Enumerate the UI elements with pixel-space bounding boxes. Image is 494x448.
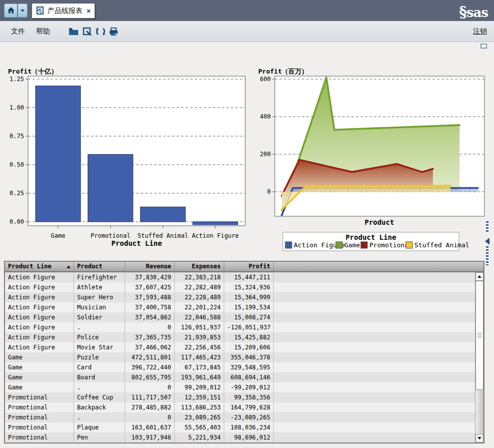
area-ytick-label: 400 — [260, 113, 271, 120]
table-row: Action FigurePolice37,365,73521,939,8531… — [5, 332, 475, 342]
print-icon[interactable] — [108, 26, 119, 37]
cell-revenue: 163,601,637 — [125, 422, 175, 432]
edit-icon[interactable] — [82, 26, 93, 37]
chevron-down-icon — [21, 10, 25, 12]
tab-label: 产品线报表 — [48, 7, 83, 16]
scrollbar-thumb[interactable] — [475, 281, 483, 390]
cell-revenue: 802,655,795 — [125, 372, 175, 382]
chart-legend: Product Line Action FigureGamePromotiona… — [283, 232, 469, 251]
cell-profit: 108,036,234 — [224, 422, 274, 432]
cell-revenue: 37,466,062 — [125, 342, 175, 352]
home-dropdown-button[interactable] — [18, 4, 28, 18]
cell-expenses: 22,282,489 — [175, 282, 224, 292]
scroll-up-button[interactable] — [475, 272, 483, 281]
tab-product-line-report[interactable]: 产品线报表 × — [32, 3, 95, 19]
cell-product-line: Action Figure — [5, 342, 74, 352]
column-header-expenses[interactable]: Expenses — [175, 262, 224, 271]
cell-product-line: Promotional — [5, 392, 74, 402]
cell-filler — [274, 272, 475, 282]
bar-category-label: Promotional — [91, 232, 130, 239]
cell-product-line: Promotional — [5, 402, 74, 412]
bar-ytick-label: 1.25 — [10, 76, 24, 83]
cell-profit: 608,694,146 — [224, 372, 274, 382]
cell-expenses: 5,221,934 — [175, 432, 224, 442]
column-header-product-line[interactable]: Product Line — [5, 262, 74, 271]
cell-product-line: Action Figure — [5, 292, 74, 302]
scrollbar-grip — [477, 333, 481, 338]
cell-revenue: 472,511,801 — [125, 352, 175, 362]
cell-revenue: 0 — [125, 412, 175, 422]
cell-revenue: 37,054,862 — [125, 312, 175, 322]
cell-filler — [274, 322, 475, 332]
table-row: Action FigureMovie Star37,466,06222,256,… — [5, 342, 475, 352]
area-chart: Profit（百万） 6004002000 Product Product Li… — [258, 68, 484, 251]
cell-expenses: 22,046,588 — [175, 312, 224, 322]
menu-help[interactable]: 帮助 — [36, 27, 50, 36]
cell-expenses: 22,383,218 — [175, 272, 224, 282]
cell-revenue: 37,830,429 — [125, 272, 175, 282]
bar-stuffed-animal — [140, 207, 185, 222]
cell-product: Coffee Cup — [74, 392, 125, 402]
menu-file[interactable]: 文件 — [11, 27, 25, 36]
bar-promotional — [88, 154, 133, 222]
cell-product-line: Promotional — [5, 412, 74, 422]
menubar: 文件 帮助 注销 — [0, 21, 494, 42]
cell-filler — [274, 292, 475, 302]
cell-product-line: Game — [5, 352, 74, 362]
logout-link[interactable]: 注销 — [473, 27, 487, 36]
cell-expenses: 12,359,151 — [175, 392, 224, 402]
scroll-down-icon — [477, 437, 481, 439]
legend-title: Product Line — [345, 233, 396, 241]
column-header-profit[interactable]: Profit — [224, 262, 274, 271]
bar-game — [36, 86, 81, 222]
cell-filler — [274, 412, 475, 422]
scroll-down-button[interactable] — [475, 434, 483, 442]
table-scrollbar[interactable] — [475, 272, 483, 442]
table-header: Product LineProductRevenueExpensesProfit — [5, 262, 483, 272]
cell-product: Musician — [74, 302, 125, 312]
bar-action-figure — [193, 222, 238, 225]
cell-profit: 15,364,999 — [224, 292, 274, 302]
cell-revenue: 111,717,507 — [125, 392, 175, 402]
cell-filler — [274, 362, 475, 372]
cell-revenue: 278,485,882 — [125, 402, 175, 412]
data-table: Product LineProductRevenueExpensesProfit… — [4, 261, 484, 443]
cell-revenue: 37,593,488 — [125, 292, 175, 302]
cell-product: Firefighter — [74, 272, 125, 282]
cell-expenses: 22,201,224 — [175, 302, 224, 312]
scroll-up-icon — [477, 275, 481, 278]
open-icon[interactable] — [68, 26, 79, 37]
legend-label: Stuffed Animal — [414, 241, 469, 249]
cell-product: Backpack — [74, 402, 125, 412]
bar-ytick-label: 0.00 — [10, 218, 24, 225]
panel-splitter[interactable] — [485, 221, 490, 266]
collapse-left-icon[interactable] — [485, 238, 489, 245]
bar-ytick-label: 0.25 — [10, 190, 24, 197]
cell-expenses: 55,565,403 — [175, 422, 224, 432]
cell-profit: 164,799,628 — [224, 402, 274, 412]
maximize-icon[interactable] — [480, 44, 487, 49]
cell-profit: 15,425,882 — [224, 332, 274, 342]
refresh-icon[interactable] — [95, 26, 106, 37]
cell-product: Soldier — [74, 312, 125, 322]
cell-profit: 15,199,534 — [224, 302, 274, 312]
home-button[interactable] — [4, 4, 18, 18]
cell-product: Pen — [74, 432, 125, 442]
cell-expenses: 117,465,423 — [175, 352, 224, 362]
cell-product-line: Action Figure — [5, 302, 74, 312]
cell-filler — [274, 342, 475, 352]
cell-filler — [274, 382, 475, 392]
cell-filler — [274, 332, 475, 342]
cell-product-line: Action Figure — [5, 332, 74, 342]
table-row: PromotionalCoffee Cup111,717,50712,359,1… — [5, 392, 475, 402]
cell-filler — [274, 352, 475, 362]
cell-product-line: Promotional — [5, 432, 74, 442]
cell-revenue: 0 — [125, 382, 175, 392]
table-row: GameCard396,722,44067,173,845329,548,595 — [5, 362, 475, 372]
column-header-product[interactable]: Product — [74, 262, 125, 271]
tab-close-icon[interactable]: × — [87, 8, 91, 15]
cell-revenue: 396,722,440 — [125, 362, 175, 372]
column-header-revenue[interactable]: Revenue — [125, 262, 175, 271]
legend-swatch-stuffed-animal — [406, 242, 412, 248]
table-row: PromotionalPlaque163,601,63755,565,40310… — [5, 422, 475, 432]
